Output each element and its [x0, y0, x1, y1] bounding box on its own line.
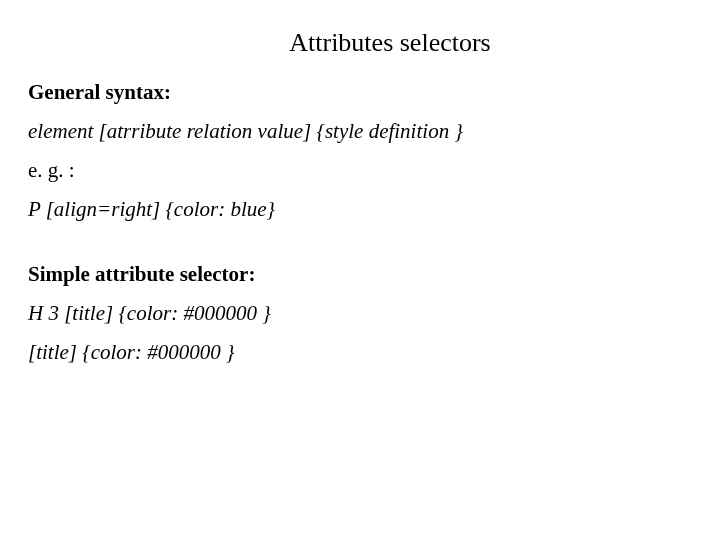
- example-3: [title] {color: #000000 }: [28, 340, 692, 365]
- example-1: P [align=right] {color: blue}: [28, 197, 692, 222]
- example-2: H 3 [title] {color: #000000 }: [28, 301, 692, 326]
- simple-attribute-selector-label: Simple attribute selector:: [28, 262, 692, 287]
- eg-label: e. g. :: [28, 158, 692, 183]
- syntax-template: element [atrribute relation value] {styl…: [28, 119, 692, 144]
- page-title: Attributes selectors: [28, 28, 692, 58]
- general-syntax-label: General syntax:: [28, 80, 692, 105]
